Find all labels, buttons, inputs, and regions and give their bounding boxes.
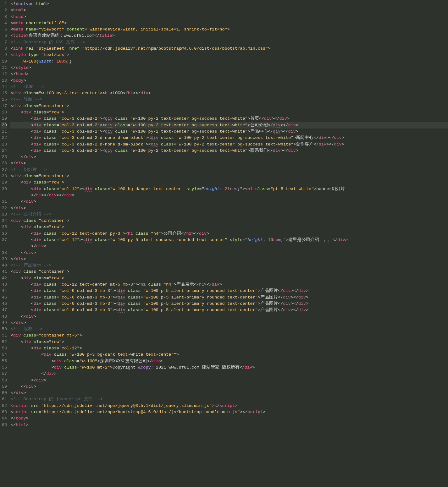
line-number[interactable]: 43 xyxy=(1,282,7,288)
code-line[interactable]: </div> xyxy=(10,250,448,256)
code-editor-area[interactable]: <!doctype html><html><head><meta charset… xyxy=(10,0,448,429)
code-line[interactable]: <div class="container mt-5"> xyxy=(10,332,448,339)
code-line[interactable]: </div> xyxy=(10,384,448,390)
code-line[interactable]: <!-- Bootstrap 的 javascript 文件 --> xyxy=(10,396,448,402)
code-line[interactable]: <!-- LOGO --> xyxy=(10,84,448,90)
code-line[interactable]: <!-- Bootstrap 的 CSS 文件 --> xyxy=(10,39,448,46)
line-number[interactable]: 57 xyxy=(1,371,7,377)
line-number[interactable]: 50 xyxy=(1,326,7,332)
code-line[interactable]: <div class="w-100 p-3 bg-dark text-white… xyxy=(10,352,448,358)
code-line[interactable]: <div class="col-3 col-md-2"><div class="… xyxy=(10,122,448,129)
code-line[interactable]: <div class="col-6 col-md-3 mb-3"><div cl… xyxy=(10,301,448,307)
code-line[interactable]: <div class="row"> xyxy=(10,224,448,230)
line-number[interactable]: 39 xyxy=(1,256,7,262)
line-number[interactable]: 35 xyxy=(1,224,7,230)
code-line[interactable]: <title>多语言建站系统：www.df81.com</title> xyxy=(10,33,448,39)
line-number[interactable]: 64 xyxy=(1,415,7,422)
code-line[interactable]: <div class="w-100 my-3 text-center"><h1>… xyxy=(10,90,448,96)
code-line[interactable]: <div class="col-12 text-center mt-5 mb-3… xyxy=(10,282,448,288)
line-number[interactable]: 17 xyxy=(1,103,7,109)
line-number[interactable]: 5 xyxy=(1,26,7,33)
code-line[interactable]: <link rel="stylesheet" href="https://cdn… xyxy=(10,46,448,52)
line-number[interactable]: 4 xyxy=(1,20,7,26)
code-line[interactable]: <div class="col-3 col-md-2"><div class="… xyxy=(10,129,448,135)
code-line[interactable]: </div> xyxy=(10,160,448,167)
line-number[interactable]: 42 xyxy=(1,275,7,282)
code-line[interactable]: </div> xyxy=(10,377,448,384)
line-number[interactable]: 32 xyxy=(1,205,7,211)
line-number[interactable]: 59 xyxy=(1,384,7,390)
line-number[interactable]: 29 xyxy=(1,179,7,186)
code-line[interactable]: <div class="col-6 col-md-3 mb-3"><div cl… xyxy=(10,288,448,294)
line-number[interactable]: 8 xyxy=(1,46,7,52)
line-number[interactable]: 18 xyxy=(1,109,7,116)
line-number[interactable]: 19 xyxy=(1,116,7,122)
line-number[interactable]: 34 xyxy=(1,218,7,224)
line-number[interactable] xyxy=(1,243,7,249)
line-number[interactable]: 51 xyxy=(1,332,7,339)
code-line[interactable]: </style> xyxy=(10,65,448,71)
line-number[interactable]: 26 xyxy=(1,160,7,167)
line-number[interactable]: 65 xyxy=(1,422,7,428)
line-number[interactable]: 13 xyxy=(1,78,7,84)
code-line[interactable]: <div class="col-12 text-center py-3"><h1… xyxy=(10,231,448,237)
code-line[interactable]: <!-- 幻灯片 --> xyxy=(10,167,448,173)
code-line[interactable]: <div class="col-3 col-md-2"><div class="… xyxy=(10,148,448,154)
code-line[interactable]: <div class="col-12"><div class="w-100 bg… xyxy=(10,186,448,192)
code-line[interactable]: <div class="col-6 col-md-3 mb-3"><div cl… xyxy=(10,307,448,313)
code-line[interactable]: <meta name="viewport" content="width=dev… xyxy=(10,26,448,33)
line-number[interactable]: 14 xyxy=(1,84,7,90)
line-number[interactable]: 25 xyxy=(1,154,7,160)
line-number[interactable]: 44 xyxy=(1,288,7,294)
line-number[interactable]: 62 xyxy=(1,403,7,409)
line-number[interactable]: 23 xyxy=(1,141,7,148)
code-line[interactable]: <div class="col-3 col-md-2"><div class="… xyxy=(10,116,448,122)
code-line[interactable]: .w-100{width: 100%;} xyxy=(10,58,448,65)
line-number[interactable]: 60 xyxy=(1,390,7,396)
line-number[interactable]: 15 xyxy=(1,90,7,96)
code-line[interactable]: <body> xyxy=(10,78,448,84)
code-line[interactable]: </div> xyxy=(10,256,448,262)
code-line[interactable]: <!-- 导航 --> xyxy=(10,96,448,103)
line-number[interactable]: 33 xyxy=(1,211,7,218)
line-number[interactable]: 47 xyxy=(1,307,7,313)
code-line[interactable]: <div class="row"> xyxy=(10,179,448,186)
line-number[interactable]: 20 xyxy=(1,122,7,129)
code-line[interactable]: <div class="col-3 col-md-2 d-none d-sm-b… xyxy=(10,135,448,141)
code-line[interactable]: <div class="w-100 mt-2">Copyright &copy;… xyxy=(10,364,448,371)
code-line[interactable]: <script src="https://cdn.jsdelivr.net/np… xyxy=(10,409,448,415)
line-number[interactable] xyxy=(1,192,7,199)
code-line[interactable]: <!-- 产品展示 --> xyxy=(10,262,448,269)
line-number[interactable]: 36 xyxy=(1,231,7,237)
code-line[interactable]: </div> xyxy=(10,199,448,205)
line-number[interactable]: 3 xyxy=(1,14,7,20)
line-number[interactable]: 49 xyxy=(1,320,7,326)
code-line[interactable]: <div class="col-3 col-md-2 d-none d-sm-b… xyxy=(10,141,448,148)
line-number[interactable]: 21 xyxy=(1,129,7,135)
code-line[interactable]: </div> xyxy=(10,371,448,377)
code-line[interactable]: </div> xyxy=(10,390,448,396)
code-line[interactable]: </body> xyxy=(10,415,448,422)
line-number[interactable]: 31 xyxy=(1,199,7,205)
code-line[interactable]: </head> xyxy=(10,71,448,77)
line-number[interactable]: 55 xyxy=(1,358,7,364)
line-number[interactable]: 7 xyxy=(1,39,7,46)
code-line[interactable]: <div class="col-12"><div class="w-100 py… xyxy=(10,237,448,243)
code-line[interactable]: <script src="https://cdn.jsdelivr.net/np… xyxy=(10,403,448,409)
line-number[interactable]: 16 xyxy=(1,96,7,103)
code-line[interactable]: <div class="col-12"> xyxy=(10,345,448,352)
code-line[interactable]: </div> xyxy=(10,154,448,160)
code-line[interactable]: <div class="col-6 col-md-3 mb-3"><div cl… xyxy=(10,294,448,301)
line-number[interactable]: 1 xyxy=(1,1,7,7)
code-line[interactable]: </h1></div></div> xyxy=(10,192,448,199)
line-number[interactable]: 46 xyxy=(1,301,7,307)
line-number[interactable]: 9 xyxy=(1,52,7,58)
line-number[interactable]: 41 xyxy=(1,269,7,275)
line-number[interactable]: 54 xyxy=(1,352,7,358)
code-line[interactable]: <div class="container"> xyxy=(10,269,448,275)
line-number[interactable]: 58 xyxy=(1,377,7,384)
line-number[interactable]: 28 xyxy=(1,173,7,179)
line-number[interactable]: 53 xyxy=(1,345,7,352)
line-number[interactable]: 40 xyxy=(1,262,7,269)
code-line[interactable]: </html> xyxy=(10,422,448,428)
